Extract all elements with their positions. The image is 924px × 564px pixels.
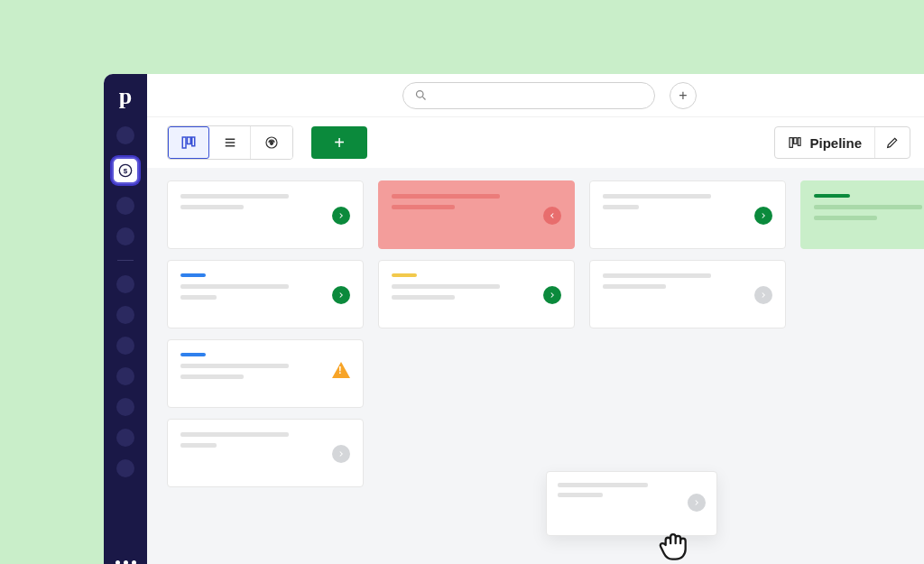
deal-card[interactable] [167, 180, 364, 249]
status-icon-none [688, 494, 706, 512]
svg-rect-14 [799, 138, 801, 146]
status-icon-none [332, 445, 350, 463]
main-content: + $ + Pipeline [147, 74, 924, 564]
app-logo[interactable]: p [119, 83, 132, 110]
svg-rect-13 [794, 138, 797, 144]
status-icon-overdue [543, 207, 561, 225]
pipeline-icon [788, 135, 802, 150]
sidebar-item[interactable] [116, 459, 134, 477]
deal-card[interactable] [589, 260, 786, 328]
status-icon-next [332, 207, 350, 225]
pipeline-dropdown[interactable]: Pipeline [775, 127, 875, 158]
deal-card[interactable] [378, 260, 575, 328]
pipeline-stage-column[interactable] [167, 180, 364, 564]
sidebar-item[interactable] [116, 275, 134, 293]
deal-card-rotting[interactable] [378, 180, 575, 249]
list-icon [222, 134, 238, 151]
deal-card[interactable] [167, 339, 364, 408]
currency-dollar-icon: $ [118, 163, 133, 178]
deal-card[interactable] [167, 260, 364, 328]
svg-text:$: $ [270, 140, 273, 145]
sidebar-item[interactable] [116, 227, 134, 245]
pipeline-stage-column[interactable] [800, 180, 924, 564]
svg-point-2 [417, 91, 424, 98]
svg-text:$: $ [124, 167, 128, 175]
add-deal-button[interactable]: + [311, 126, 367, 159]
status-icon-next [332, 286, 350, 304]
status-icon-next [754, 207, 772, 225]
toolbar: $ + Pipeline [147, 117, 924, 168]
pipeline-edit-button[interactable] [875, 127, 910, 158]
svg-rect-12 [790, 138, 792, 148]
view-forecast-button[interactable]: $ [251, 126, 292, 159]
sidebar-item[interactable] [116, 126, 134, 144]
sidebar-item[interactable] [116, 197, 134, 215]
forecast-icon: $ [263, 134, 280, 151]
sidebar-item[interactable] [116, 398, 134, 416]
app-window: p $ + [104, 74, 924, 564]
search-input[interactable] [402, 82, 655, 109]
kanban-icon [180, 134, 197, 151]
status-icon-none [754, 286, 772, 304]
pipeline-label: Pipeline [809, 135, 862, 151]
deal-card[interactable] [167, 419, 364, 487]
pencil-icon [885, 135, 900, 150]
search-icon [414, 88, 428, 102]
view-kanban-button[interactable] [168, 126, 209, 159]
sidebar-nav: $ [104, 126, 147, 477]
deal-card[interactable] [589, 180, 786, 249]
sidebar-item-deals[interactable]: $ [112, 157, 139, 184]
sidebar-item[interactable] [116, 367, 134, 385]
view-switcher: $ [167, 125, 293, 160]
kanban-board [147, 168, 924, 564]
svg-rect-4 [182, 137, 186, 148]
sidebar-item[interactable] [116, 306, 134, 324]
sidebar-more-button[interactable] [116, 560, 136, 564]
sidebar: p $ [104, 74, 147, 564]
svg-line-3 [422, 97, 425, 99]
quick-add-button[interactable]: + [670, 82, 697, 109]
pipeline-selector: Pipeline [774, 126, 910, 159]
grab-cursor-icon [652, 525, 688, 561]
status-icon-next [543, 286, 561, 304]
topbar: + [147, 74, 924, 117]
sidebar-divider [117, 260, 134, 261]
warning-icon [332, 362, 350, 378]
sidebar-item[interactable] [116, 337, 134, 355]
sidebar-item[interactable] [116, 429, 134, 447]
view-list-button[interactable] [209, 126, 251, 159]
svg-rect-6 [192, 137, 195, 146]
deal-card-won[interactable] [800, 180, 924, 249]
svg-rect-5 [188, 137, 191, 144]
